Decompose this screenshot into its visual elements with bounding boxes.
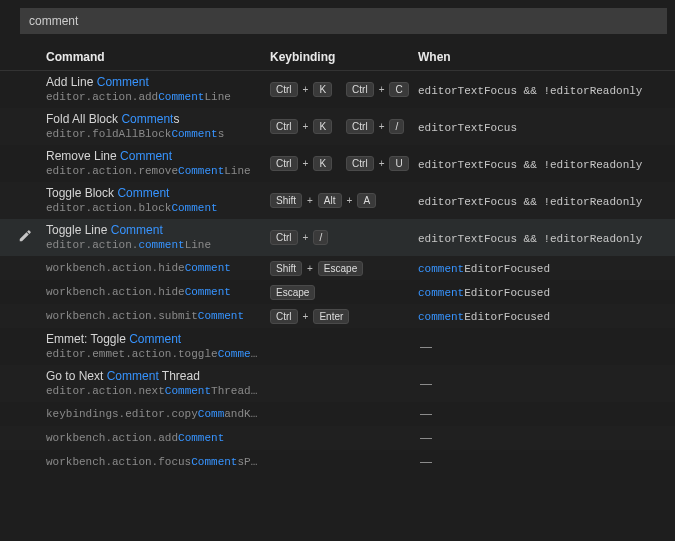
- when-clause: commentEditorFocused: [418, 263, 550, 275]
- when-clause: commentEditorFocused: [418, 311, 550, 323]
- key: Alt: [318, 193, 342, 208]
- key: Ctrl: [346, 119, 374, 134]
- key: Escape: [270, 285, 315, 300]
- table-row[interactable]: workbench.action.submitCommentCtrl+Enter…: [0, 304, 675, 328]
- key: Enter: [313, 309, 349, 324]
- column-headers: Command Keybinding When: [0, 44, 675, 71]
- command-id: workbench.action.hideComment: [46, 285, 262, 299]
- keybinding: Ctrl+/: [270, 230, 418, 245]
- command-id: workbench.action.hideComment: [46, 261, 262, 275]
- key: U: [389, 156, 408, 171]
- command-id: editor.action.commentLine: [46, 238, 262, 252]
- keybinding: Escape: [270, 285, 418, 300]
- no-keybinding-dash: —: [418, 377, 432, 391]
- table-row[interactable]: keybindings.editor.copyCommandKey…—: [0, 402, 675, 426]
- key: A: [357, 193, 376, 208]
- keybindings-table: Add Line Commenteditor.action.addComment…: [0, 71, 675, 474]
- table-row[interactable]: workbench.action.addComment—: [0, 426, 675, 450]
- no-keybinding-dash: —: [418, 431, 432, 445]
- command-title: Remove Line Comment: [46, 149, 262, 164]
- key: Ctrl: [270, 156, 298, 171]
- command-title: Go to Next Comment Thread: [46, 369, 262, 384]
- table-row[interactable]: Emmet: Toggle Commenteditor.emmet.action…: [0, 328, 675, 365]
- command-id: editor.foldAllBlockComments: [46, 127, 262, 141]
- table-row[interactable]: workbench.action.hideCommentEscapecommen…: [0, 280, 675, 304]
- key: Ctrl: [270, 230, 298, 245]
- command-title: Add Line Comment: [46, 75, 262, 90]
- command-title: Toggle Line Comment: [46, 223, 262, 238]
- no-keybinding-dash: —: [418, 340, 432, 354]
- search-value: comment: [29, 14, 78, 28]
- when-clause: editorTextFocus && !editorReadonly: [418, 233, 642, 245]
- command-id: keybindings.editor.copyCommandKey…: [46, 407, 262, 421]
- no-keybinding-dash: —: [418, 455, 432, 469]
- key: Escape: [318, 261, 363, 276]
- key: K: [313, 119, 332, 134]
- command-id: editor.action.nextCommentThreadActi: [46, 384, 262, 398]
- command-id: editor.action.blockComment: [46, 201, 262, 215]
- keybinding: Shift+Escape: [270, 261, 418, 276]
- command-id: editor.emmet.action.toggleComment: [46, 347, 262, 361]
- when-clause: editorTextFocus && !editorReadonly: [418, 85, 642, 97]
- header-when[interactable]: When: [418, 50, 675, 64]
- when-clause: editorTextFocus && !editorReadonly: [418, 159, 642, 171]
- header-keybinding[interactable]: Keybinding: [270, 50, 418, 64]
- table-row[interactable]: workbench.action.focusCommentsPan…—: [0, 450, 675, 474]
- command-id: editor.action.addCommentLine: [46, 90, 262, 104]
- key: Ctrl: [270, 309, 298, 324]
- key: /: [389, 119, 404, 134]
- command-id: workbench.action.focusCommentsPan…: [46, 455, 262, 469]
- table-row[interactable]: Toggle Line Commenteditor.action.comment…: [0, 219, 675, 256]
- keybinding: Ctrl+KCtrl+C: [270, 82, 418, 97]
- no-keybinding-dash: —: [418, 407, 432, 421]
- table-row[interactable]: Go to Next Comment Threadeditor.action.n…: [0, 365, 675, 402]
- when-clause: editorTextFocus: [418, 122, 517, 134]
- key: K: [313, 82, 332, 97]
- table-row[interactable]: Fold All Block Commentseditor.foldAllBlo…: [0, 108, 675, 145]
- keybinding: Ctrl+KCtrl+U: [270, 156, 418, 171]
- command-id: workbench.action.submitComment: [46, 309, 262, 323]
- key: C: [389, 82, 408, 97]
- table-row[interactable]: workbench.action.hideCommentShift+Escape…: [0, 256, 675, 280]
- command-title: Fold All Block Comments: [46, 112, 262, 127]
- command-title: Emmet: Toggle Comment: [46, 332, 262, 347]
- key: Ctrl: [346, 82, 374, 97]
- when-clause: commentEditorFocused: [418, 287, 550, 299]
- table-row[interactable]: Add Line Commenteditor.action.addComment…: [0, 71, 675, 108]
- key: Ctrl: [270, 82, 298, 97]
- command-id: workbench.action.addComment: [46, 431, 262, 445]
- edit-icon[interactable]: [18, 229, 32, 243]
- when-clause: editorTextFocus && !editorReadonly: [418, 196, 642, 208]
- header-command[interactable]: Command: [46, 50, 270, 64]
- table-row[interactable]: Toggle Block Commenteditor.action.blockC…: [0, 182, 675, 219]
- keybinding: Ctrl+Enter: [270, 309, 418, 324]
- keybinding: Ctrl+KCtrl+/: [270, 119, 418, 134]
- keybinding: Shift+Alt+A: [270, 193, 418, 208]
- key: Shift: [270, 193, 302, 208]
- key: Shift: [270, 261, 302, 276]
- key: Ctrl: [346, 156, 374, 171]
- key: Ctrl: [270, 119, 298, 134]
- command-id: editor.action.removeCommentLine: [46, 164, 262, 178]
- table-row[interactable]: Remove Line Commenteditor.action.removeC…: [0, 145, 675, 182]
- key: /: [313, 230, 328, 245]
- command-title: Toggle Block Comment: [46, 186, 262, 201]
- search-input[interactable]: comment: [20, 8, 667, 34]
- key: K: [313, 156, 332, 171]
